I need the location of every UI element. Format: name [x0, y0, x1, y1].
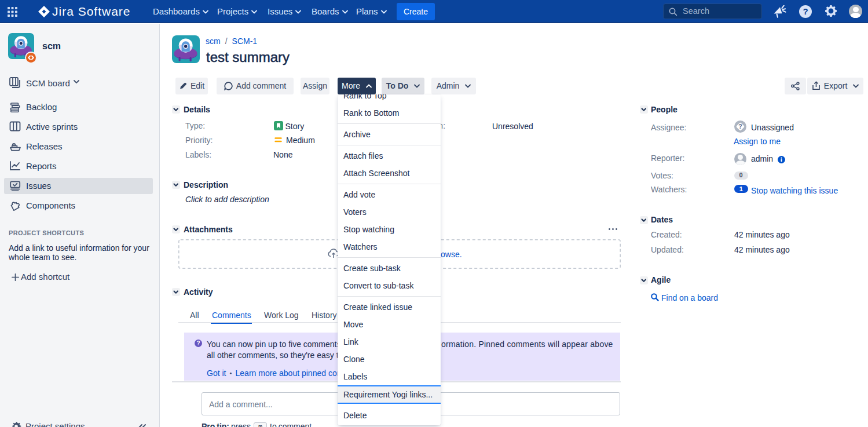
svg-text:?: ? — [738, 123, 742, 130]
